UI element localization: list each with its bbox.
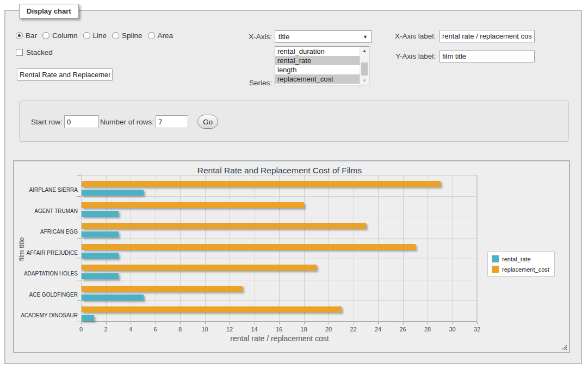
series-option-rental_rate[interactable]: rental_rate	[275, 56, 360, 65]
x-tick-label: 28	[419, 326, 436, 333]
series-option-length[interactable]: length	[275, 65, 360, 74]
y-category-label: ADAPTATION HOLES	[15, 271, 78, 277]
fieldset-legend: Display chart	[19, 4, 79, 18]
x-tick-mark	[156, 322, 156, 324]
bar-replacement_cost	[82, 244, 416, 250]
y-category-label: AFFAIR PREJUDICE	[15, 250, 78, 256]
radio-icon	[148, 32, 155, 39]
x-axis-title: rental rate / replacement cost	[81, 334, 478, 343]
chart-title-input[interactable]	[17, 68, 113, 81]
scroll-down-icon[interactable]: ▼	[360, 77, 369, 85]
start-row-input[interactable]	[64, 115, 99, 128]
chart-type-radio-label: Area	[158, 32, 174, 40]
bar-replacement_cost	[82, 265, 317, 271]
x-tick-mark	[106, 322, 107, 324]
y-category-label: AIRPLANE SIERRA	[15, 187, 78, 193]
go-button[interactable]: Go	[197, 115, 218, 129]
x-tick-label: 2	[98, 326, 114, 333]
x-axis-selected-value: title	[278, 33, 289, 41]
x-tick-mark	[230, 322, 230, 324]
x-tick-label: 18	[296, 326, 312, 333]
x-tick-mark	[477, 322, 478, 324]
num-rows-input[interactable]	[156, 115, 188, 128]
chart-container: Rental Rate and Replacement Cost of Film…	[13, 160, 570, 353]
bar-replacement_cost	[82, 202, 304, 208]
chart-type-radio-spline[interactable]: Spline	[112, 32, 143, 40]
legend-item: rental_rate	[492, 255, 549, 262]
chart-type-radio-label: Spline	[122, 32, 143, 40]
page: Display chart BarColumnLineSplineArea St…	[0, 0, 588, 370]
chevron-down-icon: ▼	[363, 34, 368, 40]
start-row-label: Start row:	[31, 118, 63, 126]
y-category-label: AGENT TRUMAN	[15, 208, 78, 214]
stacked-checkbox[interactable]	[16, 49, 23, 56]
x-tick-mark	[205, 322, 206, 324]
gridline-vertical	[428, 175, 428, 322]
x-tick-label: 6	[147, 326, 164, 333]
bar-rental_rate	[82, 211, 119, 217]
y-tick-mark	[77, 300, 81, 301]
scrollbar-thumb[interactable]	[361, 62, 368, 76]
x-tick-mark	[428, 322, 428, 324]
gridline-vertical	[477, 175, 478, 322]
gridline-horizontal	[81, 280, 477, 280]
scroll-up-icon[interactable]: ▲	[360, 47, 369, 55]
x-tick-label: 4	[122, 326, 139, 333]
chart-type-radio-column[interactable]: Column	[42, 32, 78, 40]
x-tick-mark	[453, 322, 453, 324]
x-tick-mark	[354, 322, 354, 324]
x-tick-label: 12	[221, 326, 238, 333]
series-multiselect[interactable]: rental_durationrental_ratelengthreplacem…	[275, 46, 369, 85]
gridline-horizontal	[81, 300, 477, 301]
x-tick-label: 24	[370, 326, 386, 333]
gridline-horizontal	[81, 217, 477, 217]
y-axis-label-input[interactable]	[440, 50, 535, 62]
x-axis-label-input[interactable]	[440, 30, 535, 42]
series-scrollbar[interactable]: ▲ ▼	[360, 47, 369, 85]
y-tick-mark	[77, 238, 81, 239]
stacked-row: Stacked	[16, 48, 53, 57]
chart-type-radio-line[interactable]: Line	[83, 32, 107, 40]
chart-type-radio-area[interactable]: Area	[148, 32, 174, 40]
series-select-label: Series:	[228, 79, 272, 87]
x-axis-select[interactable]: title ▼	[275, 30, 372, 43]
chart-legend: rental_ratereplacement_cost	[487, 252, 555, 277]
y-tick-mark	[77, 196, 81, 197]
chart-type-radio-label: Bar	[26, 32, 37, 40]
chart-type-radio-bar[interactable]: Bar	[16, 32, 37, 40]
x-tick-mark	[378, 322, 379, 324]
x-axis-label-label: X-Axis label:	[381, 32, 436, 40]
series-option-rental_duration[interactable]: rental_duration	[275, 47, 360, 56]
x-tick-mark	[255, 322, 255, 324]
series-option-replacement_cost[interactable]: replacement_cost	[275, 74, 360, 84]
y-category-label: ACE GOLDFINGER	[15, 292, 78, 298]
y-tick-mark	[77, 280, 81, 280]
bar-replacement_cost	[82, 286, 243, 292]
bar-rental_rate	[82, 253, 119, 259]
x-tick-mark	[329, 322, 329, 324]
x-tick-mark	[180, 322, 181, 324]
bar-replacement_cost	[82, 181, 441, 187]
x-tick-mark	[81, 322, 82, 324]
bar-replacement_cost	[82, 306, 342, 312]
x-tick-label: 26	[395, 326, 411, 333]
x-tick-label: 32	[469, 326, 485, 333]
num-rows-label: Number of rows:	[100, 118, 154, 126]
x-tick-label: 16	[271, 326, 287, 333]
chart-type-radio-label: Line	[93, 32, 107, 40]
legend-swatch-rental_rate	[492, 255, 499, 262]
y-tick-mark	[77, 322, 81, 322]
gridline-horizontal	[81, 238, 477, 239]
bar-rental_rate	[82, 294, 144, 300]
y-tick-mark	[77, 175, 81, 175]
bar-rental_rate	[82, 315, 94, 321]
y-tick-mark	[77, 217, 81, 217]
x-tick-label: 20	[320, 326, 337, 333]
x-tick-label: 0	[73, 326, 89, 333]
x-tick-label: 8	[172, 326, 188, 333]
radio-icon	[42, 32, 49, 39]
legend-swatch-replacement_cost	[492, 266, 499, 273]
x-axis-select-label: X-Axis:	[228, 33, 272, 41]
gridline-vertical	[453, 175, 453, 322]
resize-grip[interactable]	[561, 344, 567, 350]
